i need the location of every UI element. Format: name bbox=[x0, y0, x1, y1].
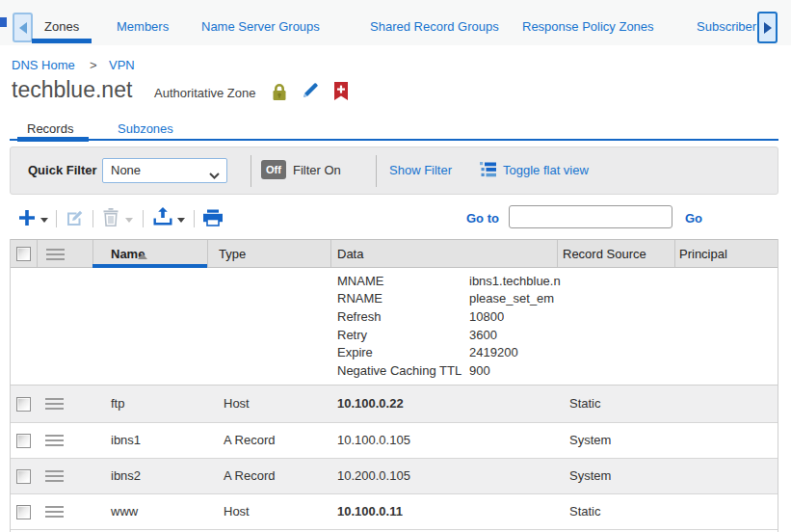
header-divider bbox=[557, 240, 558, 267]
soa-value: ibns1.techblue.n bbox=[469, 274, 561, 288]
column-header-type[interactable]: Type bbox=[219, 247, 246, 262]
table-row-soa[interactable]: MNAMEibns1.techblue.n RNAMEplease_set_em… bbox=[10, 268, 778, 386]
print-button[interactable] bbox=[203, 209, 223, 229]
breadcrumb-vpn[interactable]: VPN bbox=[109, 58, 135, 73]
cell-name: ibns1 bbox=[111, 433, 141, 448]
goto-label: Go to bbox=[466, 211, 499, 226]
filter-bar-divider bbox=[376, 155, 377, 187]
tab-records[interactable]: Records bbox=[27, 121, 73, 137]
row-drag-handle-icon[interactable] bbox=[45, 506, 64, 518]
breadcrumb-separator: > bbox=[90, 58, 97, 73]
filter-on-label: Filter On bbox=[293, 163, 341, 177]
lock-icon[interactable] bbox=[272, 83, 287, 104]
row-checkbox[interactable] bbox=[16, 434, 31, 448]
add-record-button[interactable] bbox=[18, 209, 36, 229]
cell-data: 10.100.0.22 bbox=[337, 396, 404, 412]
delete-dropdown-caret[interactable] bbox=[125, 218, 133, 223]
table-left-border bbox=[10, 239, 11, 532]
show-filter-link[interactable]: Show Filter bbox=[389, 163, 452, 177]
cell-data: 10.100.0.105 bbox=[337, 433, 410, 448]
soa-value: 3600 bbox=[469, 328, 497, 342]
add-dropdown-caret[interactable] bbox=[40, 218, 48, 223]
column-header-record-source[interactable]: Record Source bbox=[563, 247, 646, 262]
header-drag-handle-icon[interactable] bbox=[46, 249, 65, 260]
cell-record-source: System bbox=[569, 433, 611, 448]
active-tab-underline bbox=[32, 39, 92, 43]
toolbar-divider bbox=[92, 210, 93, 227]
row-drag-handle-icon[interactable] bbox=[45, 470, 64, 482]
soa-key: Expire bbox=[337, 345, 469, 359]
header-divider bbox=[674, 240, 675, 267]
header-divider bbox=[207, 240, 208, 267]
go-button[interactable]: Go bbox=[685, 211, 702, 226]
subtab-divider-line bbox=[10, 139, 778, 141]
toolbar-divider bbox=[56, 210, 57, 227]
tab-name-server-groups[interactable]: Name Server Groups bbox=[201, 19, 320, 35]
table-header: Name Type Data Record Source Principal bbox=[10, 239, 778, 268]
toggle-flat-view-link[interactable]: Toggle flat view bbox=[503, 163, 589, 177]
cell-name: ibns2 bbox=[111, 468, 141, 484]
table-row[interactable]: ftp Host 10.100.0.22 Static bbox=[10, 386, 778, 423]
active-subtab-underline bbox=[17, 137, 89, 142]
row-drag-handle-icon[interactable] bbox=[45, 398, 64, 410]
soa-value: 10800 bbox=[469, 309, 504, 324]
quick-filter-label: Quick Filter bbox=[28, 163, 97, 177]
soa-key: Refresh bbox=[337, 309, 469, 324]
toolbar-divider bbox=[194, 210, 195, 227]
cell-record-source: Static bbox=[569, 396, 601, 412]
add-bookmark-icon[interactable] bbox=[334, 82, 348, 103]
edit-record-button[interactable] bbox=[66, 209, 84, 229]
cell-name: ftp bbox=[111, 396, 124, 412]
toolbar-divider bbox=[143, 210, 144, 227]
column-header-principal[interactable]: Principal bbox=[679, 247, 727, 262]
tab-subscriber[interactable]: Subscriber S bbox=[697, 19, 760, 35]
select-all-checkbox[interactable] bbox=[16, 247, 31, 261]
tab-members[interactable]: Members bbox=[117, 19, 169, 35]
row-checkbox[interactable] bbox=[16, 397, 31, 412]
row-checkbox[interactable] bbox=[16, 469, 31, 484]
header-divider bbox=[330, 240, 331, 267]
quick-filter-select[interactable]: None bbox=[102, 158, 227, 183]
flat-view-icon[interactable] bbox=[480, 162, 496, 180]
chevron-left-icon bbox=[19, 22, 27, 34]
soa-key: RNAME bbox=[337, 291, 469, 306]
soa-value: 2419200 bbox=[469, 345, 518, 359]
table-row[interactable]: www Host 10.100.0.11 Static bbox=[10, 494, 778, 530]
delete-record-button[interactable] bbox=[103, 208, 119, 230]
table-row[interactable]: ibns1 A Record 10.100.0.105 System bbox=[10, 423, 778, 459]
cell-name: www bbox=[111, 504, 138, 519]
chevron-right-icon bbox=[764, 22, 772, 34]
breadcrumb-dns-home[interactable]: DNS Home bbox=[12, 58, 75, 73]
tabs-scroll-left-button[interactable] bbox=[13, 13, 33, 42]
cell-type: A Record bbox=[224, 433, 275, 448]
row-checkbox[interactable] bbox=[16, 505, 31, 519]
zone-type-label: Authoritative Zone bbox=[154, 86, 256, 100]
soa-key: MNAME bbox=[337, 274, 469, 288]
tab-zones[interactable]: Zones bbox=[44, 19, 79, 35]
cell-record-source: Static bbox=[569, 504, 601, 519]
soa-key: Retry bbox=[337, 328, 469, 342]
filter-toggle-button[interactable]: Off bbox=[261, 160, 286, 179]
export-button[interactable] bbox=[153, 207, 172, 228]
edit-zone-icon[interactable] bbox=[302, 82, 319, 102]
tab-response-policy-zones[interactable]: Response Policy Zones bbox=[522, 19, 654, 35]
scrolled-tab-edge bbox=[0, 17, 7, 27]
export-dropdown-caret[interactable] bbox=[177, 218, 185, 223]
row-drag-handle-icon[interactable] bbox=[45, 435, 64, 446]
tab-subzones[interactable]: Subzones bbox=[118, 121, 173, 137]
cell-data: 10.100.0.11 bbox=[337, 504, 403, 519]
header-divider bbox=[37, 240, 38, 267]
chevron-down-icon bbox=[209, 168, 220, 182]
goto-input[interactable] bbox=[509, 205, 672, 228]
table-row[interactable]: ibns2 A Record 10.200.0.105 System bbox=[10, 459, 778, 494]
cell-data: 10.200.0.105 bbox=[337, 468, 410, 484]
soa-data-pairs: MNAMEibns1.techblue.n RNAMEplease_set_em… bbox=[337, 272, 578, 380]
cell-type: A Record bbox=[224, 468, 275, 484]
soa-value: 900 bbox=[469, 363, 490, 378]
cell-record-source: System bbox=[569, 468, 611, 484]
tabs-scroll-right-button[interactable] bbox=[757, 12, 778, 43]
quick-filter-value: None bbox=[111, 163, 141, 177]
column-header-data[interactable]: Data bbox=[337, 247, 363, 262]
table-right-border bbox=[778, 239, 778, 532]
tab-shared-record-groups[interactable]: Shared Record Groups bbox=[370, 19, 499, 35]
